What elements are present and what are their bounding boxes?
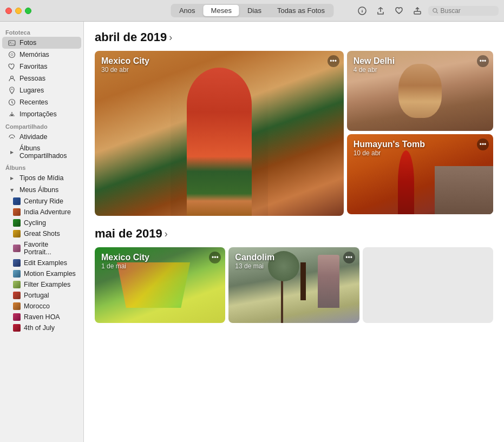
april-section: abril de 2019 › Mexico City 30 de abr ••… [95,30,493,216]
sidebar-item-memorias[interactable]: Memórias [2,49,81,61]
sidebar-item-favorite-portrait[interactable]: Favorite Portrait... [2,239,81,258]
meus-albuns-icon: ▶ [8,186,16,194]
recentes-icon [8,98,16,107]
sidebar-item-meus-albuns[interactable]: ▶ Meus Álbuns [2,184,81,196]
main-layout: Fototeca Fotos Memórias [0,22,504,442]
mexico-city-apr-label: Mexico City 30 de abr [101,56,149,74]
motion-examples-label: Motion Examples [24,270,76,278]
sidebar-item-fotos[interactable]: Fotos [2,37,81,49]
title-bar: Anos Meses Dias Todas as Fotos [0,0,504,22]
albuns-compartilhados-icon: ▶ [8,148,16,156]
filter-examples-thumb [13,281,21,288]
heart-button[interactable] [391,5,407,17]
india-adventure-thumb [13,208,21,216]
atividade-icon [8,133,16,141]
april-chevron: › [169,32,172,43]
sidebar-item-cycling[interactable]: Cycling [2,217,81,228]
sidebar-item-india-adventure[interactable]: India Adventure [2,207,81,217]
svg-point-8 [9,52,15,58]
sidebar-item-recentes[interactable]: Recentes [2,96,81,108]
sidebar-item-4th-of-july[interactable]: 4th of July [2,322,81,333]
may-header[interactable]: mai de 2019 › [95,227,493,241]
recentes-label: Recentes [19,98,48,106]
search-box[interactable] [428,6,499,16]
new-delhi-label: New Delhi 4 de abr [354,56,395,74]
humayuns-tomb-more[interactable]: ••• [477,138,489,150]
tab-dias[interactable]: Dias [240,5,269,16]
great-shots-thumb [13,230,21,238]
importacoes-icon [8,110,16,118]
sidebar-item-albuns-compartilhados[interactable]: ▶ Álbuns Compartilhados [2,143,81,161]
new-delhi-more[interactable]: ••• [477,55,489,67]
raven-hoa-label: Raven HOA [24,313,60,321]
filter-examples-label: Filter Examples [24,281,70,288]
maximize-button[interactable] [25,8,31,14]
cycling-label: Cycling [24,219,46,227]
svg-rect-3 [414,11,421,14]
edit-examples-thumb [13,259,21,267]
tab-todas-as-fotos[interactable]: Todas as Fotos [270,5,332,16]
photo-mexico-city-may[interactable]: Mexico City 1 de mai ••• [95,247,225,323]
tipos-midia-label: Tipos de Mídia [19,174,64,182]
svg-point-4 [433,8,437,12]
mexico-city-may-label: Mexico City 1 de mai [101,253,149,270]
sidebar-item-century-ride[interactable]: Century Ride [2,196,81,207]
century-ride-label: Century Ride [24,197,63,205]
candolim-label: Candolim 13 de mai [235,253,274,270]
may-third-photo[interactable] [363,247,493,323]
photo-mexico-city-apr[interactable]: Mexico City 30 de abr ••• [95,51,344,216]
svg-point-11 [11,89,13,90]
sidebar-item-atividade[interactable]: Atividade [2,131,81,143]
fototeca-label: Fototeca [0,26,83,37]
april-header[interactable]: abril de 2019 › [95,30,493,44]
sidebar-item-portugal[interactable]: Portugal [2,290,81,301]
india-adventure-label: India Adventure [24,208,71,216]
photo-humayuns-tomb[interactable]: Humayun's Tomb 10 de abr ••• [347,134,493,214]
sidebar-item-raven-hoa[interactable]: Raven HOA [2,312,81,322]
photo-candolim[interactable]: Candolim 13 de mai ••• [228,247,359,323]
search-input[interactable] [440,7,494,15]
tab-group: Anos Meses Dias Todas as Fotos [171,4,333,17]
portugal-thumb [13,292,21,299]
may-photo-grid: Mexico City 1 de mai ••• Candolim [95,247,493,323]
importacoes-label: Importações [19,110,57,118]
traffic-lights [5,8,31,14]
albuns-compartilhados-label: Álbuns Compartilhados [19,144,76,160]
sidebar-item-great-shots[interactable]: Great Shots [2,228,81,239]
may-chevron: › [165,228,168,240]
share-button[interactable] [373,5,388,17]
april-right-column: New Delhi 4 de abr ••• Humayun's Tomb [347,51,493,216]
photo-new-delhi[interactable]: New Delhi 4 de abr ••• [347,51,493,131]
april-label: abril de 2019 [95,30,167,44]
portugal-label: Portugal [24,292,49,299]
tab-anos[interactable]: Anos [172,5,203,16]
sidebar-item-edit-examples[interactable]: Edit Examples [2,258,81,268]
search-icon [433,8,438,14]
sidebar-item-pessoas[interactable]: Pessoas [2,72,81,84]
albuns-label: Álbuns [0,161,83,172]
sidebar-item-lugares[interactable]: Lugares [2,84,81,96]
mexico-city-apr-more[interactable]: ••• [328,55,339,67]
century-ride-thumb [13,197,21,205]
atividade-label: Atividade [19,133,47,141]
tab-meses[interactable]: Meses [204,5,239,16]
sidebar-item-motion-examples[interactable]: Motion Examples [2,268,81,279]
candolim-more[interactable]: ••• [343,252,355,263]
favorite-portrait-label: Favorite Portrait... [24,241,76,256]
close-button[interactable] [5,8,12,14]
minimize-button[interactable] [15,8,22,14]
sidebar-item-morocco[interactable]: Morocco [2,301,81,312]
sidebar-item-favoritas[interactable]: Favoritas [2,61,81,72]
motion-examples-thumb [13,270,21,278]
info-button[interactable] [355,5,370,17]
sidebar-item-importacoes[interactable]: Importações [2,108,81,120]
pessoas-label: Pessoas [19,75,45,82]
favoritas-icon [8,62,16,71]
pessoas-icon [8,74,16,83]
export-button[interactable] [410,5,425,17]
sidebar-item-filter-examples[interactable]: Filter Examples [2,279,81,290]
meus-albuns-label: Meus Álbuns [19,186,58,194]
favoritas-label: Favoritas [19,63,47,70]
raven-hoa-thumb [13,313,21,321]
sidebar-item-tipos-de-midia[interactable]: ▶ Tipos de Mídia [2,172,81,184]
